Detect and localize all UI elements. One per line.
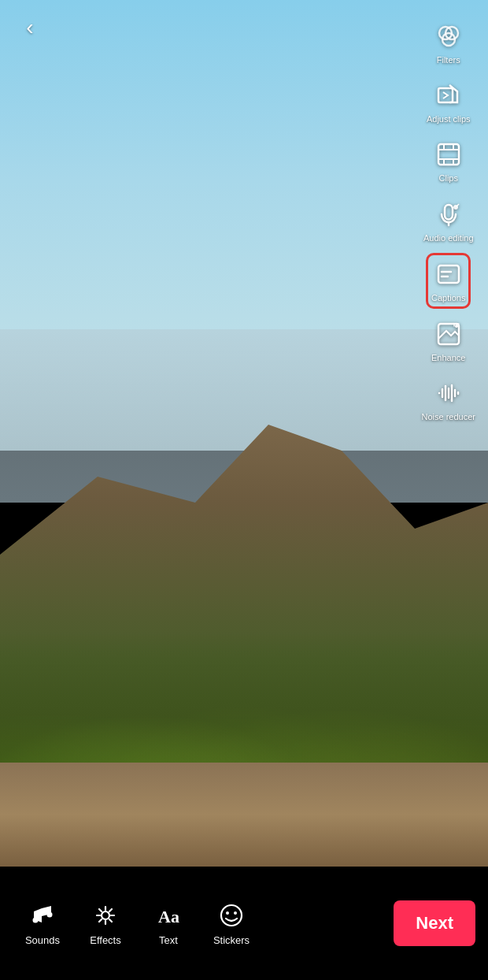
stickers-label: Stickers: [213, 934, 250, 946]
sounds-tool[interactable]: Sounds: [11, 895, 74, 952]
stickers-tool[interactable]: Stickers: [200, 895, 263, 952]
filters-tool[interactable]: Filters: [430, 16, 468, 70]
noise-reducer-label: Noise reducer: [422, 412, 475, 422]
svg-point-28: [102, 911, 109, 919]
filters-label: Filters: [437, 55, 460, 65]
clips-label: Clips: [439, 173, 458, 184]
sounds-label: Sounds: [25, 934, 60, 946]
effects-tool[interactable]: Effects: [74, 895, 137, 952]
video-preview: [0, 0, 488, 867]
bottom-toolbar: Sounds Effects Aa Text: [0, 867, 488, 980]
svg-text:Aa: Aa: [158, 907, 179, 926]
svg-point-30: [221, 905, 242, 926]
filters-icon: [433, 20, 464, 52]
captions-icon: [433, 258, 464, 290]
noise-reducer-icon: [433, 377, 464, 409]
audio-editing-tool[interactable]: Audio editing: [420, 194, 477, 248]
svg-rect-4: [438, 144, 459, 165]
svg-rect-3: [438, 88, 453, 102]
svg-point-31: [226, 911, 229, 915]
enhance-icon: [433, 318, 464, 350]
stickers-icon: [217, 901, 246, 930]
clips-icon: [433, 139, 464, 170]
enhance-label: Enhance: [431, 353, 465, 363]
adjust-clips-tool[interactable]: Adjust clips: [423, 75, 474, 129]
enhance-tool[interactable]: Enhance: [428, 314, 468, 368]
back-icon: ‹: [26, 17, 33, 39]
sounds-icon: [28, 901, 57, 930]
svg-point-32: [234, 911, 237, 915]
svg-point-27: [47, 911, 53, 917]
hills-bg: [0, 347, 488, 867]
audio-editing-icon: [433, 199, 464, 230]
next-button[interactable]: Next: [394, 900, 475, 946]
effects-label: Effects: [90, 934, 121, 946]
bottom-tools-group: Sounds Effects Aa Text: [0, 895, 394, 952]
top-bar: ‹: [0, 0, 488, 55]
right-sidebar: Filters Adjust clips Clips: [419, 16, 479, 427]
adjust-clips-label: Adjust clips: [427, 114, 471, 124]
back-button[interactable]: ‹: [13, 10, 47, 45]
captions-label: Captions: [431, 293, 465, 303]
text-tool[interactable]: Aa Text: [137, 895, 200, 952]
audio-editing-label: Audio editing: [423, 233, 474, 243]
text-label: Text: [159, 934, 178, 946]
noise-reducer-tool[interactable]: Noise reducer: [419, 373, 479, 427]
captions-tool[interactable]: Captions: [426, 253, 471, 309]
adjust-clips-icon: [433, 80, 464, 111]
svg-rect-14: [438, 265, 459, 283]
effects-icon: [91, 901, 120, 930]
text-icon: Aa: [154, 901, 183, 930]
svg-point-26: [33, 917, 39, 922]
clips-tool[interactable]: Clips: [430, 134, 468, 188]
